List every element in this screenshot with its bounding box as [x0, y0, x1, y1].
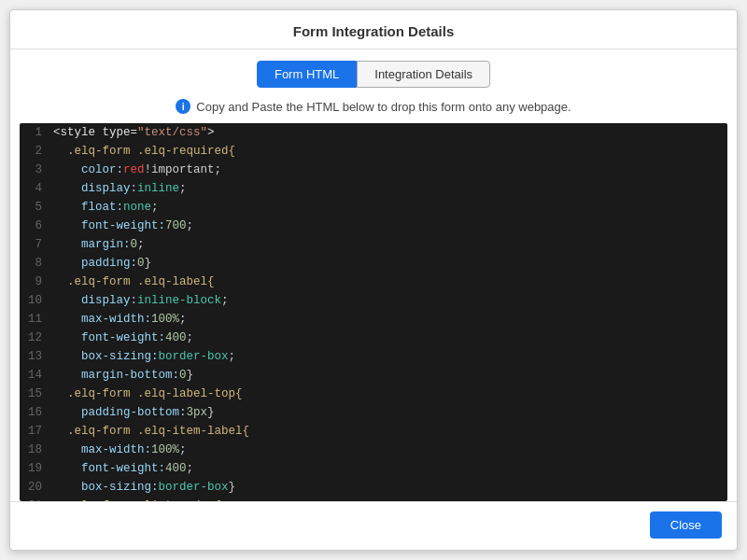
line-code: font-weight:700;: [53, 217, 727, 235]
line-code: font-weight:400;: [53, 329, 727, 347]
line-code: .elq-form .elq-label-top{: [53, 385, 727, 403]
code-line: 15 .elq-form .elq-label-top{: [20, 385, 727, 403]
line-number: 16: [20, 403, 53, 422]
info-text: Copy and Paste the HTML below to drop th…: [196, 100, 571, 114]
close-button[interactable]: Close: [650, 511, 722, 539]
line-number: 2: [20, 142, 53, 161]
line-number: 5: [20, 198, 53, 217]
modal-title: Form Integration Details: [10, 10, 737, 49]
code-line: 3 color:red!important;: [20, 161, 727, 179]
line-number: 20: [20, 478, 53, 497]
line-code: .elq-form .elq-label{: [53, 273, 727, 291]
code-line: 17 .elq-form .elq-item-label{: [20, 422, 727, 441]
line-number: 18: [20, 441, 53, 459]
code-line: 14 margin-bottom:0}: [20, 366, 727, 385]
tab-integration-details[interactable]: Integration Details: [357, 61, 490, 88]
code-line: 18 max-width:100%;: [20, 441, 727, 459]
info-bar: i Copy and Paste the HTML below to drop …: [10, 95, 737, 123]
code-table: 1<style type="text/css">2 .elq-form .elq…: [20, 123, 727, 501]
code-line: 6 font-weight:700;: [20, 217, 727, 235]
code-line: 7 margin:0;: [20, 235, 727, 254]
line-number: 12: [20, 329, 53, 347]
line-number: 1: [20, 123, 53, 142]
line-number: 15: [20, 385, 53, 403]
line-code: display:inline;: [53, 179, 727, 198]
line-code: <style type="text/css">: [53, 123, 727, 142]
line-number: 13: [20, 347, 53, 366]
line-number: 4: [20, 179, 53, 198]
code-line: 19 font-weight:400;: [20, 459, 727, 478]
line-code: margin-bottom:0}: [53, 366, 727, 385]
title-text: Form Integration Details: [293, 23, 455, 39]
line-number: 3: [20, 161, 53, 179]
line-code: max-width:100%;: [53, 441, 727, 459]
code-line: 10 display:inline-block;: [20, 291, 727, 310]
line-number: 9: [20, 273, 53, 291]
line-code: max-width:100%;: [53, 310, 727, 329]
code-line: 12 font-weight:400;: [20, 329, 727, 347]
line-code: font-weight:400;: [53, 459, 727, 478]
line-number: 19: [20, 459, 53, 478]
code-line: 13 box-sizing:border-box;: [20, 347, 727, 366]
code-line: 1<style type="text/css">: [20, 123, 727, 142]
info-icon: i: [176, 99, 190, 114]
code-line: 16 padding-bottom:3px}: [20, 403, 727, 422]
code-line: 5 float:none;: [20, 198, 727, 217]
line-number: 17: [20, 422, 53, 441]
line-code: padding-bottom:3px}: [53, 403, 727, 422]
line-code: float:none;: [53, 198, 727, 217]
line-code: .elq-form .elq-item-label{: [53, 422, 727, 441]
line-number: 6: [20, 217, 53, 235]
code-line: 11 max-width:100%;: [20, 310, 727, 329]
line-code: padding:0}: [53, 254, 727, 273]
line-number: 14: [20, 366, 53, 385]
line-code: .elq-form .elq-required{: [53, 142, 727, 161]
line-code: box-sizing:border-box;: [53, 347, 727, 366]
line-number: 10: [20, 291, 53, 310]
modal-container: Form Integration Details Form HTML Integ…: [9, 9, 738, 551]
line-code: display:inline-block;: [53, 291, 727, 310]
tab-bar: Form HTML Integration Details: [10, 49, 737, 95]
code-line: 2 .elq-form .elq-required{: [20, 142, 727, 161]
code-editor[interactable]: 1<style type="text/css">2 .elq-form .elq…: [20, 123, 727, 501]
tab-form-html[interactable]: Form HTML: [257, 61, 357, 88]
line-code: box-sizing:border-box}: [53, 478, 727, 497]
line-number: 7: [20, 235, 53, 254]
code-line: 8 padding:0}: [20, 254, 727, 273]
line-number: 8: [20, 254, 53, 273]
code-line: 9 .elq-form .elq-label{: [20, 273, 727, 291]
modal-footer: Close: [10, 501, 737, 550]
code-line: 20 box-sizing:border-box}: [20, 478, 727, 497]
line-code: color:red!important;: [53, 161, 727, 179]
line-number: 11: [20, 310, 53, 329]
line-code: margin:0;: [53, 235, 727, 254]
code-line: 4 display:inline;: [20, 179, 727, 198]
